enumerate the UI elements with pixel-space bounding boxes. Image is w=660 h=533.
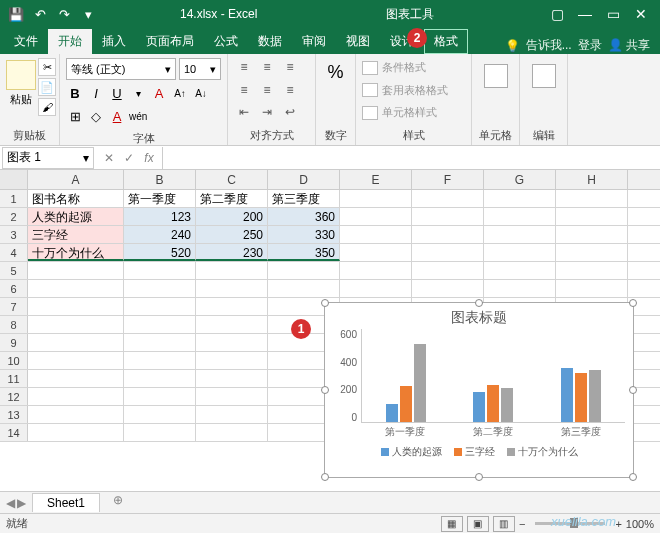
chart-bar[interactable] (561, 368, 573, 422)
chart-bar[interactable] (487, 385, 499, 423)
fill-color-button[interactable]: A (150, 83, 168, 103)
percent-icon[interactable]: % (322, 58, 349, 87)
cell[interactable]: 520 (124, 244, 196, 261)
row-header[interactable]: 2 (0, 208, 28, 225)
chart-bar[interactable] (575, 373, 587, 423)
save-icon[interactable]: 💾 (6, 4, 26, 24)
formula-input[interactable] (162, 147, 660, 169)
col-header[interactable]: D (268, 170, 340, 189)
col-header[interactable]: H (556, 170, 628, 189)
border-button[interactable]: ▾ (129, 83, 147, 103)
chart-bar[interactable] (400, 386, 412, 422)
font-size-select[interactable]: 10▾ (179, 58, 221, 80)
align-center-icon[interactable]: ≡ (257, 81, 277, 99)
view-normal-icon[interactable]: ▦ (441, 516, 463, 532)
share-button[interactable]: 👤 共享 (608, 37, 650, 54)
font-color-button[interactable]: A (108, 106, 126, 126)
chart-legend[interactable]: 人类的起源三字经十万个为什么 (325, 441, 633, 463)
cells-icon[interactable] (484, 64, 508, 88)
underline-button[interactable]: U (108, 83, 126, 103)
format-painter-icon[interactable]: 🖌 (38, 98, 56, 116)
fill-button[interactable]: ◇ (87, 106, 105, 126)
row-header[interactable]: 4 (0, 244, 28, 261)
cell[interactable]: 第三季度 (268, 190, 340, 207)
resize-handle[interactable] (321, 473, 329, 481)
conditional-format-button[interactable]: 条件格式 (362, 58, 465, 77)
resize-handle[interactable] (475, 473, 483, 481)
phonetic-button[interactable]: wén (129, 106, 147, 126)
borders-button[interactable]: ⊞ (66, 106, 84, 126)
cell[interactable]: 第二季度 (196, 190, 268, 207)
resize-handle[interactable] (475, 299, 483, 307)
chart-bar[interactable] (473, 392, 485, 422)
tab-insert[interactable]: 插入 (92, 29, 136, 54)
ribbon-options-icon[interactable]: ▢ (544, 4, 570, 24)
table-format-button[interactable]: 套用表格格式 (362, 81, 465, 100)
resize-handle[interactable] (629, 473, 637, 481)
chart-bar[interactable] (501, 388, 513, 423)
cell[interactable]: 十万个为什么 (28, 244, 124, 261)
row-header[interactable]: 1 (0, 190, 28, 207)
col-header[interactable]: C (196, 170, 268, 189)
cell[interactable]: 250 (196, 226, 268, 243)
indent-inc-icon[interactable]: ⇥ (257, 103, 277, 121)
login-link[interactable]: 登录 (578, 37, 602, 54)
minimize-icon[interactable]: — (572, 4, 598, 24)
close-icon[interactable]: ✕ (628, 4, 654, 24)
tell-me-icon[interactable]: 💡 (505, 39, 520, 53)
indent-dec-icon[interactable]: ⇤ (234, 103, 254, 121)
font-name-select[interactable]: 等线 (正文)▾ (66, 58, 176, 80)
align-middle-icon[interactable]: ≡ (257, 58, 277, 76)
tab-home[interactable]: 开始 (48, 29, 92, 54)
wrap-text-icon[interactable]: ↩ (280, 103, 300, 121)
tab-formulas[interactable]: 公式 (204, 29, 248, 54)
fx-cancel-icon[interactable]: ✕ (100, 151, 118, 165)
row-header[interactable]: 3 (0, 226, 28, 243)
tab-view[interactable]: 视图 (336, 29, 380, 54)
fx-icon[interactable]: fx (140, 151, 158, 165)
align-top-icon[interactable]: ≡ (234, 58, 254, 76)
zoom-in-button[interactable]: + (615, 518, 621, 530)
sheet-prev-icon[interactable]: ◀ (6, 496, 15, 510)
view-page-layout-icon[interactable]: ▣ (467, 516, 489, 532)
resize-handle[interactable] (321, 299, 329, 307)
sheet-next-icon[interactable]: ▶ (17, 496, 26, 510)
tab-file[interactable]: 文件 (4, 29, 48, 54)
cell[interactable]: 240 (124, 226, 196, 243)
italic-button[interactable]: I (87, 83, 105, 103)
fx-accept-icon[interactable]: ✓ (120, 151, 138, 165)
tab-page-layout[interactable]: 页面布局 (136, 29, 204, 54)
select-all-corner[interactable] (0, 170, 28, 189)
cell[interactable]: 第一季度 (124, 190, 196, 207)
sheet-tab[interactable]: Sheet1 (32, 493, 100, 512)
cell[interactable]: 123 (124, 208, 196, 225)
cell[interactable]: 330 (268, 226, 340, 243)
resize-handle[interactable] (629, 299, 637, 307)
qat-more-icon[interactable]: ▾ (78, 4, 98, 24)
cell[interactable]: 三字经 (28, 226, 124, 243)
restore-icon[interactable]: ▭ (600, 4, 626, 24)
align-right-icon[interactable]: ≡ (280, 81, 300, 99)
redo-icon[interactable]: ↷ (54, 4, 74, 24)
chart-bar[interactable] (414, 344, 426, 422)
undo-icon[interactable]: ↶ (30, 4, 50, 24)
align-left-icon[interactable]: ≡ (234, 81, 254, 99)
col-header[interactable]: A (28, 170, 124, 189)
bold-button[interactable]: B (66, 83, 84, 103)
add-sheet-button[interactable]: ⊕ (108, 493, 128, 513)
tab-chart-format[interactable]: 格式 (424, 29, 468, 54)
tell-me-text[interactable]: 告诉我... (526, 37, 572, 54)
editing-icon[interactable] (532, 64, 556, 88)
chart-bar[interactable] (386, 404, 398, 422)
resize-handle[interactable] (321, 386, 329, 394)
col-header[interactable]: F (412, 170, 484, 189)
cell[interactable]: 350 (268, 244, 340, 261)
cell-styles-button[interactable]: 单元格样式 (362, 103, 465, 122)
cell[interactable]: 200 (196, 208, 268, 225)
cut-icon[interactable]: ✂ (38, 58, 56, 76)
font-grow-button[interactable]: A↑ (171, 83, 189, 103)
copy-icon[interactable]: 📄 (38, 78, 56, 96)
col-header[interactable]: E (340, 170, 412, 189)
zoom-out-button[interactable]: − (519, 518, 525, 530)
font-shrink-button[interactable]: A↓ (192, 83, 210, 103)
